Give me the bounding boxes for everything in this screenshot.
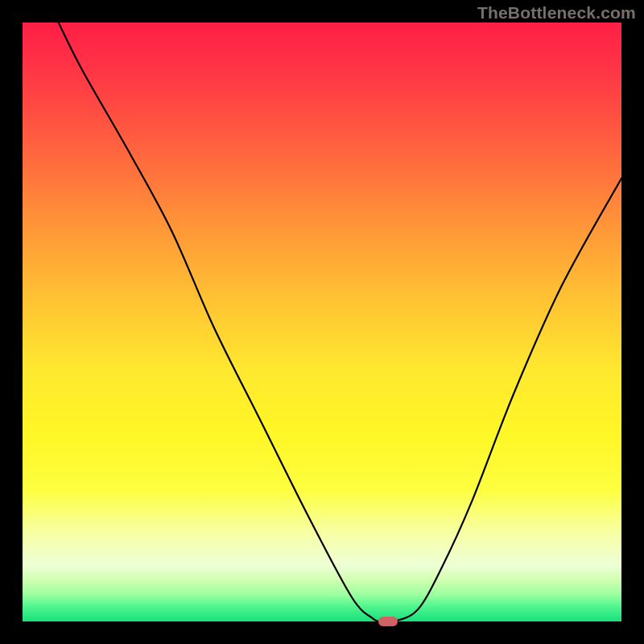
- bottleneck-chart: [23, 23, 621, 621]
- gradient-background: [23, 23, 621, 621]
- chart-frame: TheBottleneck.com: [0, 0, 644, 644]
- watermark-text: TheBottleneck.com: [477, 3, 636, 23]
- optimal-point-marker: [378, 617, 398, 626]
